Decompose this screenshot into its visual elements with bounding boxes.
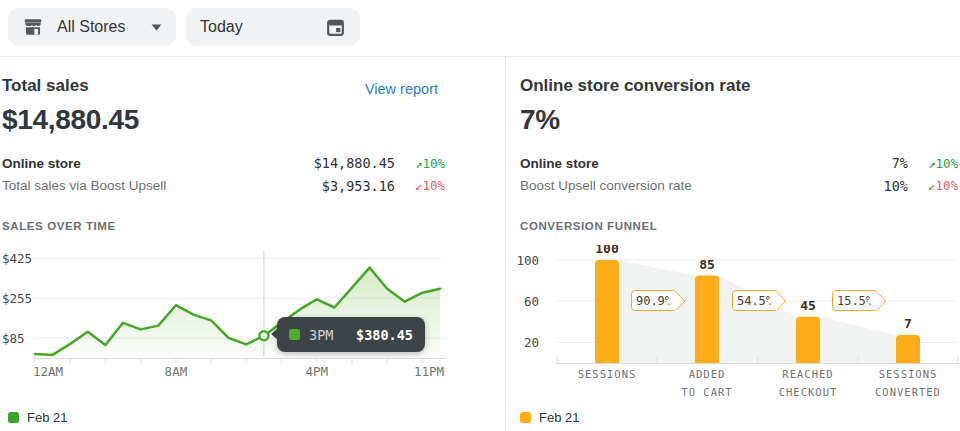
total-sales-value: $14,880.45: [2, 104, 139, 136]
category-label: SESSIONS: [879, 368, 938, 380]
sales-card-title: Total sales: [2, 76, 89, 96]
conversion-card-title: Online store conversion rate: [520, 76, 751, 96]
conversion-funnel-chart[interactable]: 206010010085457SESSIONSADDEDTO CARTREACH…: [505, 245, 960, 410]
conversion-badge-2: 54.5%: [732, 290, 778, 311]
y-axis-label: $425: [2, 251, 32, 266]
metric-value: 10%: [884, 178, 908, 194]
metric-row: Boost Upsell conversion rate10%↙10%: [520, 175, 958, 198]
conversion-rate-value: 7%: [520, 104, 560, 136]
legend-swatch-green: [8, 412, 19, 423]
legend-swatch-orange: [520, 412, 531, 423]
conversion-badge-3: 15.5%: [832, 290, 878, 311]
chart-tooltip: 3PM $380.45: [277, 317, 425, 352]
view-report-link[interactable]: View report: [365, 81, 438, 97]
bar-value-label: 7: [904, 316, 912, 331]
y-axis-label: $85: [2, 331, 25, 346]
metric-label: Online store: [520, 156, 892, 171]
metric-label: Boost Upsell conversion rate: [520, 178, 884, 193]
store-selector[interactable]: All Stores: [8, 8, 176, 46]
date-selector[interactable]: Today: [186, 8, 360, 46]
metric-delta-down: ↙10%: [395, 178, 445, 193]
total-sales-card: Total sales View report $14,880.45 Onlin…: [0, 0, 505, 431]
sales-section-title: SALES OVER TIME: [2, 220, 116, 232]
x-axis-label: 11PM: [414, 364, 444, 379]
funnel-section-title: CONVERSION FUNNEL: [520, 220, 657, 232]
metric-value: $14,880.45: [314, 155, 395, 171]
funnel-legend: Feb 21: [520, 410, 579, 425]
legend-label: Feb 21: [539, 410, 579, 425]
category-label: ADDED: [689, 368, 726, 380]
funnel-background: [619, 260, 896, 363]
metric-value: $3,953.16: [322, 178, 395, 194]
x-axis-label: 4PM: [306, 364, 329, 379]
metric-value: 7%: [892, 155, 908, 171]
y-axis-label: 100: [516, 253, 539, 268]
metric-row: Online store$14,880.45↗10%: [2, 152, 445, 175]
funnel-bar: [896, 335, 920, 363]
funnel-bar: [796, 317, 820, 363]
store-selector-label: All Stores: [57, 18, 125, 36]
conversion-rate-card: Online store conversion rate 7% Online s…: [505, 0, 960, 431]
bar-value-label: 45: [800, 298, 816, 313]
x-axis-label: 8AM: [165, 364, 188, 379]
funnel-bar: [595, 260, 619, 363]
y-axis-label: 20: [524, 335, 539, 350]
category-label: CHECKOUT: [779, 386, 838, 398]
metric-label: Total sales via Boost Upsell: [2, 178, 322, 193]
metric-row: Online store7%↗10%: [520, 152, 958, 175]
tooltip-value: $380.45: [356, 327, 413, 343]
sales-over-time-chart[interactable]: $85$255$42512AM8AM4PM11PM: [0, 245, 460, 385]
conversion-metric-rows: Online store7%↗10%Boost Upsell conversio…: [520, 152, 958, 197]
funnel-bar: [695, 276, 719, 364]
tooltip-series-swatch: [289, 329, 300, 340]
metric-label: Online store: [2, 156, 314, 171]
hover-point: [259, 331, 268, 340]
top-filter-bar: All Stores Today: [0, 0, 960, 56]
category-label: TO CART: [681, 386, 732, 398]
date-selector-label: Today: [200, 18, 243, 36]
conversion-badge-1: 90.9%: [631, 290, 677, 311]
metric-delta-up: ↗10%: [395, 156, 445, 171]
bar-value-label: 85: [699, 257, 715, 272]
metric-delta-down: ↙10%: [908, 178, 958, 193]
tooltip-time: 3PM: [309, 327, 333, 343]
metric-delta-up: ↗10%: [908, 156, 958, 171]
category-label: SESSIONS: [578, 368, 637, 380]
category-label: REACHED: [782, 368, 833, 380]
bar-value-label: 100: [595, 245, 619, 256]
chevron-down-icon: [151, 24, 162, 31]
y-axis-label: $255: [2, 291, 32, 306]
storefront-icon: [22, 16, 44, 38]
y-axis-label: 60: [524, 294, 539, 309]
calendar-icon: [325, 17, 346, 38]
metric-row: Total sales via Boost Upsell$3,953.16↙10…: [2, 175, 445, 198]
category-label: CONVERTED: [875, 386, 941, 398]
x-axis-label: 12AM: [33, 364, 63, 379]
sales-metric-rows: Online store$14,880.45↗10%Total sales vi…: [2, 152, 445, 197]
sales-legend: Feb 21: [8, 410, 67, 425]
legend-label: Feb 21: [27, 410, 67, 425]
